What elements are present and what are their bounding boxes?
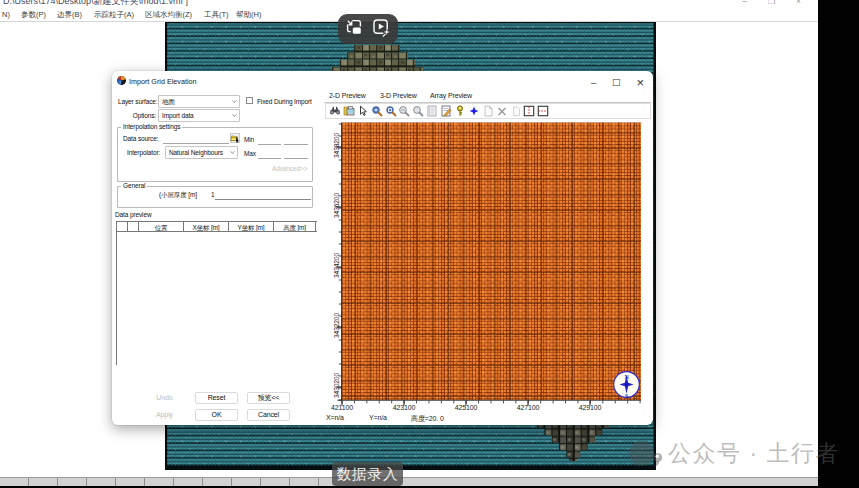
browse-folder-icon (230, 133, 240, 144)
general-group-label: General (121, 182, 147, 189)
max-label: Max (244, 150, 256, 157)
preview-toggle-button[interactable]: 预览<< (247, 392, 290, 404)
binoculars-icon[interactable] (329, 105, 341, 117)
x-tick-label: 429100 (570, 404, 610, 411)
layer-surface-label: Layer surface: (118, 98, 158, 105)
cancel-button[interactable]: Cancel (247, 409, 290, 421)
min-field-1[interactable] (258, 135, 281, 145)
zoom-out-icon[interactable] (398, 105, 410, 117)
export-image-icon[interactable] (343, 105, 355, 117)
min-label: Min (244, 136, 254, 143)
status-elevation: 高度=20. 0 (411, 414, 444, 424)
import-grid-elevation-dialog: Import Grid Elevation – ☐ × Layer surfac… (112, 71, 653, 425)
data-source-label: Data source: (123, 135, 158, 142)
edit-document-icon[interactable] (440, 105, 452, 117)
delete-icon[interactable] (496, 105, 508, 117)
interpolator-label: Interpolator: (127, 149, 160, 156)
layer-thickness-value: 1 (211, 191, 215, 198)
report-icon[interactable] (426, 105, 438, 117)
table-header-x: X坐标 [m] (184, 222, 229, 231)
dialog-close-button[interactable]: × (637, 78, 644, 87)
x-tick-label: 421100 (322, 404, 362, 411)
y-tick-label: 3434200 (333, 246, 340, 286)
interpolator-dropdown[interactable]: Natural Neighbours (165, 146, 238, 159)
watermark-text: 公众号 · 土行者 (668, 440, 840, 466)
app-status-bar (0, 477, 818, 486)
y-tick-label: 3438200 (333, 126, 340, 166)
letterbox-right (818, 0, 859, 488)
status-y-coordinate: Y=n/a (369, 414, 387, 421)
tab-array-preview[interactable]: Array Preview (430, 92, 472, 99)
bubble-icon-svg (629, 440, 663, 468)
y-tick-label: 3430200 (333, 366, 340, 406)
dialog-window-controls: – ☐ × (591, 77, 644, 88)
menu-item-cut[interactable]: N) (2, 10, 10, 19)
y-tick-label: 3432200 (333, 306, 340, 346)
picture-in-picture-icon[interactable] (345, 18, 363, 40)
y-tick-label: 3436200 (333, 186, 340, 226)
north-arrow-icon[interactable] (468, 105, 480, 117)
new-page-icon[interactable] (482, 105, 494, 117)
menu-item-help[interactable]: 帮助(H) (236, 10, 261, 20)
pip-icon-svg (345, 18, 363, 36)
data-preview-table[interactable]: 位置 X坐标 [m] Y坐标 [m] 高度 [m] (116, 221, 317, 365)
menu-item-particles[interactable]: 示踪粒子(A) (94, 10, 134, 20)
wechat-bubble-icon (629, 440, 663, 472)
advanced-link[interactable]: Advanced>> (272, 165, 307, 172)
menu-item-boundary[interactable]: 边界(B) (57, 10, 82, 20)
layer-thickness-label: (小层厚度 [m] (159, 191, 197, 200)
tab-2d-preview[interactable]: 2-D Preview (329, 92, 366, 99)
max-field-2[interactable] (284, 149, 308, 159)
insert-row-icon[interactable] (537, 105, 549, 117)
data-source-browse-button[interactable] (230, 133, 240, 145)
window-minimize-button[interactable]: – (739, 0, 750, 6)
video-overlay-toolbar (338, 14, 398, 44)
menu-item-tools[interactable]: 工具(T) (204, 10, 229, 20)
data-source-field[interactable] (163, 134, 229, 144)
zoom-window-icon[interactable] (385, 105, 397, 117)
table-header-rowmark (117, 222, 128, 231)
apply-button[interactable]: Apply (143, 409, 186, 421)
undo-button[interactable]: Undo (143, 392, 186, 404)
dialog-minimize-button[interactable]: – (591, 77, 596, 88)
fixed-during-import-checkbox[interactable] (246, 97, 253, 104)
menu-item-water-balance[interactable]: 区域水均衡(Z) (145, 10, 192, 20)
reset-button[interactable]: Reset (195, 392, 238, 404)
dialog-maximize-button[interactable]: ☐ (612, 77, 620, 88)
play-icon-svg (372, 18, 391, 37)
select-cursor-icon[interactable] (357, 105, 369, 117)
data-preview-label: Data preview (115, 211, 152, 218)
window-close-button[interactable]: × (793, 0, 804, 6)
caption-badge: 数据录入 (332, 462, 403, 486)
menu-item-parameters[interactable]: 参数(P) (21, 10, 46, 20)
blank-page-icon[interactable] (510, 105, 522, 117)
fixed-during-import-label: Fixed During Import (257, 98, 312, 105)
x-tick-label: 427100 (508, 404, 548, 411)
tab-3d-preview[interactable]: 3-D Preview (380, 92, 417, 99)
table-header-row: 位置 X坐标 [m] Y坐标 [m] 高度 [m] (117, 221, 317, 232)
screen: D:\Users\174\Desktop\新建文件夹\mod\1.vmf ] –… (0, 0, 859, 488)
table-header-index (128, 222, 139, 231)
window-controls: – ❐ × (739, 0, 804, 6)
zoom-extents-icon[interactable] (412, 105, 424, 117)
key-icon[interactable] (454, 105, 466, 117)
table-header-elevation: 高度 [m] (274, 222, 316, 231)
table-header-location: 位置 (139, 222, 184, 231)
status-x-coordinate: X=n/a (326, 414, 344, 421)
insert-column-icon[interactable] (523, 105, 535, 117)
options-dropdown[interactable]: Import data (158, 109, 240, 122)
grid-2d-preview-plot[interactable]: N S (324, 117, 654, 414)
min-field-2[interactable] (284, 135, 308, 145)
layer-thickness-field[interactable] (215, 191, 311, 200)
zoom-in-icon[interactable] (371, 105, 383, 117)
play-video-icon[interactable] (372, 18, 391, 41)
ok-button[interactable]: OK (195, 409, 238, 421)
interpolation-settings-label: Interpolation settings (121, 123, 182, 130)
max-field-1[interactable] (258, 149, 281, 159)
x-tick-label: 425100 (446, 404, 486, 411)
watermark: 公众号 · 土行者 (629, 440, 840, 472)
dialog-app-icon (117, 76, 126, 85)
layer-surface-dropdown[interactable]: 地面 (158, 95, 240, 108)
table-header-y: Y坐标 [m] (229, 222, 274, 231)
window-restore-button[interactable]: ❐ (766, 0, 777, 6)
